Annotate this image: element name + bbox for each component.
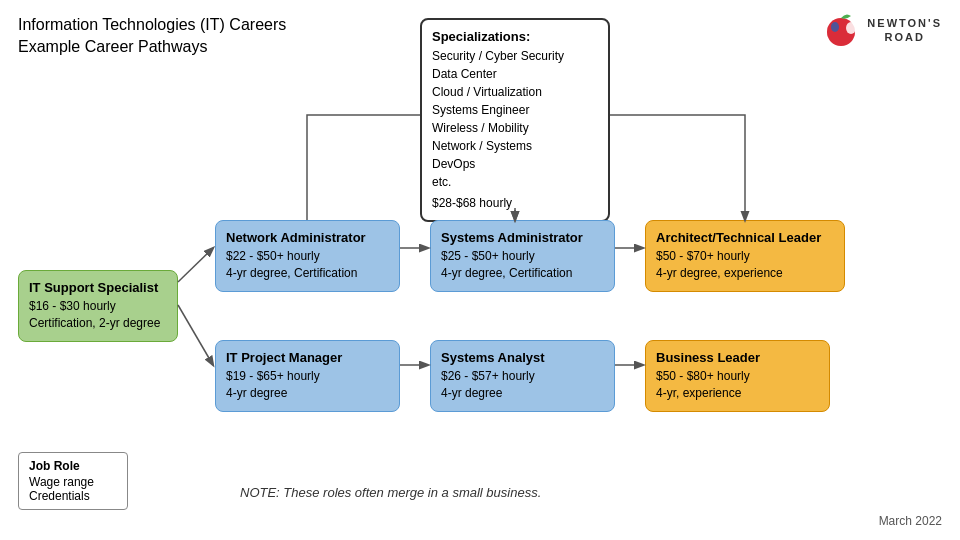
- spec-items: Security / Cyber Security Data Center Cl…: [432, 47, 598, 191]
- network-admin-title: Network Administrator: [226, 229, 389, 248]
- systems-analyst-cred: 4-yr degree: [441, 385, 604, 402]
- legend: Job Role Wage range Credentials: [18, 452, 128, 510]
- spec-wage: $28-$68 hourly: [432, 195, 598, 212]
- systems-analyst-title: Systems Analyst: [441, 349, 604, 368]
- architect-title: Architect/Technical Leader: [656, 229, 834, 248]
- architect-cred: 4-yr degree, experience: [656, 265, 834, 282]
- logo-text: NEWTON'S ROAD: [867, 16, 942, 45]
- project-manager-title: IT Project Manager: [226, 349, 389, 368]
- architect-wage: $50 - $70+ hourly: [656, 248, 834, 265]
- project-manager-box: IT Project Manager $19 - $65+ hourly 4-y…: [215, 340, 400, 412]
- spec-label: Specializations:: [432, 28, 598, 47]
- svg-point-2: [846, 22, 856, 34]
- legend-wage-label: Wage range: [29, 475, 117, 489]
- specializations-box: Specializations: Security / Cyber Securi…: [420, 18, 610, 222]
- it-support-wage: $16 - $30 hourly: [29, 298, 167, 315]
- systems-admin-title: Systems Administrator: [441, 229, 604, 248]
- systems-admin-wage: $25 - $50+ hourly: [441, 248, 604, 265]
- date-label: March 2022: [879, 514, 942, 528]
- business-leader-box: Business Leader $50 - $80+ hourly 4-yr, …: [645, 340, 830, 412]
- systems-analyst-box: Systems Analyst $26 - $57+ hourly 4-yr d…: [430, 340, 615, 412]
- network-admin-box: Network Administrator $22 - $50+ hourly …: [215, 220, 400, 292]
- it-support-box: IT Support Specialist $16 - $30 hourly C…: [18, 270, 178, 342]
- legend-cred-label: Credentials: [29, 489, 117, 503]
- svg-point-3: [831, 22, 839, 32]
- business-leader-cred: 4-yr, experience: [656, 385, 819, 402]
- note-text: NOTE: These roles often merge in a small…: [240, 485, 541, 500]
- systems-analyst-wage: $26 - $57+ hourly: [441, 368, 604, 385]
- logo: NEWTON'S ROAD: [821, 10, 942, 50]
- it-support-title: IT Support Specialist: [29, 279, 167, 298]
- architect-box: Architect/Technical Leader $50 - $70+ ho…: [645, 220, 845, 292]
- business-leader-title: Business Leader: [656, 349, 819, 368]
- svg-line-5: [178, 305, 213, 365]
- project-manager-cred: 4-yr degree: [226, 385, 389, 402]
- it-support-cred: Certification, 2-yr degree: [29, 315, 167, 332]
- business-leader-wage: $50 - $80+ hourly: [656, 368, 819, 385]
- svg-line-4: [178, 248, 213, 282]
- legend-role-label: Job Role: [29, 459, 117, 473]
- network-admin-wage: $22 - $50+ hourly: [226, 248, 389, 265]
- logo-icon: [821, 10, 861, 50]
- systems-admin-box: Systems Administrator $25 - $50+ hourly …: [430, 220, 615, 292]
- systems-admin-cred: 4-yr degree, Certification: [441, 265, 604, 282]
- network-admin-cred: 4-yr degree, Certification: [226, 265, 389, 282]
- project-manager-wage: $19 - $65+ hourly: [226, 368, 389, 385]
- page-title: Information Technologies (IT) Careers Ex…: [18, 14, 286, 59]
